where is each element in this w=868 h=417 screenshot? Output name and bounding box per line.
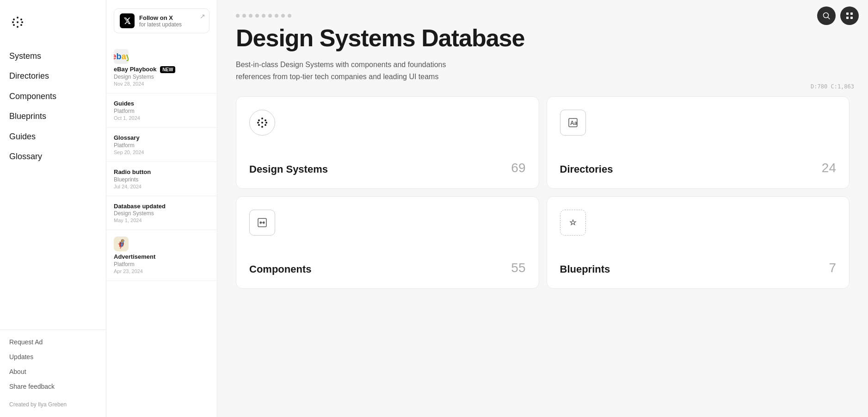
update-item-database-sub: Design Systems [114, 210, 209, 217]
svg-point-3 [13, 24, 15, 26]
logo[interactable] [0, 9, 106, 46]
sidebar-item-request-ad[interactable]: Request Ad [9, 335, 97, 349]
desc-line1: Best-in-class Design Systems with compon… [236, 59, 495, 71]
update-item-glossary[interactable]: Glossary Platform Sep 20, 2024 [106, 128, 217, 162]
svg-point-7 [12, 21, 14, 23]
twitter-x-icon [120, 13, 135, 28]
sidebar-item-directories[interactable]: Directories [9, 66, 97, 86]
svg-point-21 [257, 122, 259, 124]
follow-sublabel: for latest updates [139, 21, 203, 28]
svg-point-15 [258, 119, 260, 121]
grid-button[interactable] [840, 6, 859, 25]
dot-5 [262, 14, 265, 18]
dot-8 [281, 14, 285, 18]
updates-panel: Follow on X for latest updates ↗ ebay eB… [106, 0, 217, 417]
card-directories-count: 24 [822, 161, 836, 175]
card-directories[interactable]: Aa Directories 24 [547, 96, 850, 189]
update-item-ebay-header: ebay [114, 49, 209, 64]
directories-icon: Aa [560, 110, 586, 136]
update-item-advert-header: 🦸 [114, 237, 209, 251]
card-blueprints-footer: Blueprints 7 [560, 261, 837, 275]
svg-point-16 [265, 119, 266, 121]
svg-point-2 [20, 19, 22, 20]
svg-point-1 [13, 19, 15, 20]
updates-panel-header: Follow on X for latest updates ↗ [106, 0, 217, 38]
update-item-radio-date: Jul 24, 2024 [114, 184, 209, 189]
update-item-advert-thumb: 🦸 [114, 237, 129, 251]
update-item-advert-date: Apr 23, 2024 [114, 268, 209, 274]
search-button[interactable] [817, 6, 836, 25]
update-item-guides-title: Guides [114, 100, 209, 108]
svg-point-20 [261, 126, 263, 128]
update-item-radio-title: Radio button [114, 168, 209, 176]
coordinates: D:780 C:1,863 [811, 83, 854, 90]
update-item-guides[interactable]: Guides Platform Oct 1, 2024 [106, 93, 217, 128]
card-design-systems-count: 69 [511, 161, 525, 175]
sidebar-item-share-feedback[interactable]: Share feedback [9, 379, 97, 394]
card-design-systems-label: Design Systems [249, 163, 328, 175]
card-design-systems-footer: Design Systems 69 [249, 161, 526, 175]
sidebar-bottom: Request Ad Updates About Share feedback [0, 330, 106, 398]
svg-rect-13 [850, 17, 853, 19]
external-link-icon: ↗ [200, 12, 205, 20]
update-item-glossary-title: Glossary [114, 134, 209, 142]
svg-text:Aa: Aa [570, 120, 578, 126]
page-description: Best-in-class Design Systems with compon… [236, 59, 495, 82]
update-item-radio-sub: Blueprints [114, 176, 209, 183]
card-design-systems[interactable]: Design Systems 69 [236, 96, 539, 189]
card-blueprints[interactable]: Blueprints 7 [547, 196, 850, 289]
update-item-guides-date: Oct 1, 2024 [114, 115, 209, 121]
svg-point-5 [17, 17, 18, 19]
svg-rect-11 [850, 12, 853, 15]
sidebar-item-blueprints[interactable]: Blueprints [9, 106, 97, 126]
sidebar-item-about[interactable]: About [9, 364, 97, 379]
follow-label: Follow on X [139, 14, 203, 21]
top-right-icons [817, 6, 859, 25]
new-badge: NEW [160, 66, 175, 73]
svg-point-0 [17, 21, 18, 23]
dot-4 [255, 14, 259, 18]
card-components[interactable]: Components 55 [236, 196, 539, 289]
dot-1 [236, 14, 240, 18]
svg-point-17 [258, 124, 260, 126]
sidebar-item-guides[interactable]: Guides [9, 127, 97, 147]
update-item-advert-sub: Platform [114, 261, 209, 268]
components-icon [249, 210, 275, 236]
created-by: Created by Ilya Greben [0, 398, 106, 412]
update-item-glossary-sub: Platform [114, 142, 209, 149]
svg-point-19 [261, 118, 263, 119]
sidebar-item-components[interactable]: Components [9, 87, 97, 106]
page-title: Design Systems Database [236, 25, 850, 51]
design-systems-icon [249, 110, 275, 136]
update-item-database-title: Database updated [114, 203, 209, 211]
update-item-glossary-date: Sep 20, 2024 [114, 149, 209, 155]
svg-point-22 [265, 122, 267, 124]
card-components-footer: Components 55 [249, 261, 526, 275]
update-item-ebay-sub: Design Systems [114, 74, 209, 80]
dot-7 [275, 14, 278, 18]
update-item-ebay-date: Nov 28, 2024 [114, 81, 209, 87]
twitter-follow-button[interactable]: Follow on X for latest updates ↗ [114, 8, 209, 33]
svg-point-8 [21, 21, 23, 23]
update-item-ebay[interactable]: ebay eBay Playbook NEW Design Systems No… [106, 43, 217, 93]
svg-point-6 [17, 26, 18, 28]
blueprints-icon [560, 210, 586, 236]
update-item-advert-title: Advertisement [114, 253, 209, 261]
header-dots [236, 14, 850, 18]
sidebar-item-systems[interactable]: Systems [9, 46, 97, 66]
svg-rect-10 [846, 12, 849, 15]
update-item-database[interactable]: Database updated Design Systems May 1, 2… [106, 196, 217, 230]
card-blueprints-count: 7 [829, 261, 836, 275]
update-item-advertisement[interactable]: 🦸 Advertisement Platform Apr 23, 2024 [106, 230, 217, 281]
update-item-guides-sub: Platform [114, 108, 209, 114]
card-directories-label: Directories [560, 163, 613, 175]
dot-6 [268, 14, 272, 18]
update-item-ebay-title: eBay Playbook NEW [114, 66, 209, 74]
main-nav: Systems Directories Components Blueprint… [0, 46, 106, 330]
sidebar-item-updates[interactable]: Updates [9, 349, 97, 364]
card-blueprints-label: Blueprints [560, 263, 610, 275]
sidebar-item-glossary[interactable]: Glossary [9, 147, 97, 167]
card-directories-footer: Directories 24 [560, 161, 837, 175]
ebay-logo: ebay [114, 52, 129, 61]
update-item-radio-button[interactable]: Radio button Blueprints Jul 24, 2024 [106, 162, 217, 196]
